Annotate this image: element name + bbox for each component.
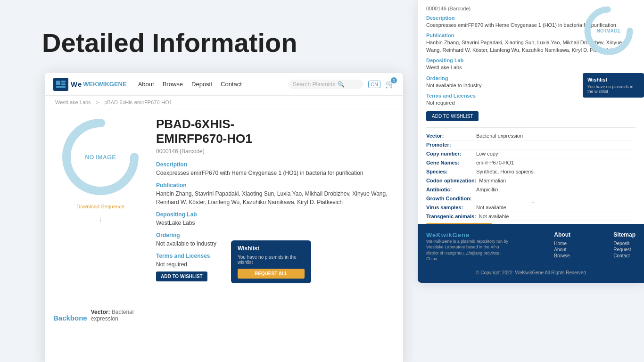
logo-icon xyxy=(53,78,68,91)
logo[interactable]: We WEKWIKGENE xyxy=(53,78,127,91)
rw-wishlist-text: You have no plasmids in the wishlist xyxy=(587,84,639,94)
codon-key: Codon optimization: xyxy=(426,178,476,183)
logo-sub: WEKWIKGENE xyxy=(83,81,126,88)
rw-depositing-lab-text: WestLake Labs xyxy=(426,64,636,71)
nav-links: About Browse Deposit Contact xyxy=(138,81,242,88)
antibiotic-val: Ampicillin xyxy=(476,187,636,192)
footer-sitemap-request[interactable]: Request xyxy=(613,247,636,252)
search-icon: 🔍 xyxy=(338,81,345,88)
footer: WeKwikGene WeKwikGene is a plasmid repos… xyxy=(418,224,644,283)
vector-val: Bacterial expression xyxy=(476,133,636,139)
plasmid-image: NO IMAGE xyxy=(60,117,140,197)
detail-row-vector: Vector: Bacterial expression xyxy=(426,132,636,140)
plasmid-barcode: 0000146 (Barcode) xyxy=(156,148,395,155)
search-placeholder: Search Plasmids xyxy=(293,81,335,88)
publication-text: Hanbin Zhang, Stavrini Papadaki, Xiaotin… xyxy=(156,189,395,206)
vector-key: Vector: xyxy=(426,133,473,139)
footer-copyright: © Copyright 2022. WeKwikGene All Rights … xyxy=(426,266,636,275)
nav-browse[interactable]: Browse xyxy=(163,81,183,88)
genes-val: emirFP670-HO1 xyxy=(476,160,636,165)
species-val: Synthetic, Homo sapiens xyxy=(476,169,636,174)
footer-about-home[interactable]: Home xyxy=(554,241,570,246)
footer-about-column: About Home About Browse xyxy=(554,231,570,259)
scroll-down-arrow: ↓ xyxy=(99,214,103,224)
add-to-wishlist-button[interactable]: ADD TO WISHLIST xyxy=(156,272,207,281)
detail-row-genes: Gene Names: emirFP670-HO1 xyxy=(426,158,636,167)
copy-key: Copy number: xyxy=(426,151,473,156)
transgenic-val: Not available xyxy=(479,214,636,219)
main-browser-window: We WEKWIKGENE About Browse Deposit Conta… xyxy=(45,73,403,362)
description-label: Description xyxy=(156,161,395,168)
nav-icons: CN 🛒 0 xyxy=(368,80,395,89)
rw-wishlist-popup: Wishlist You have no plasmids in the wis… xyxy=(583,73,644,98)
ordering-label: Ordering xyxy=(156,232,395,239)
navbar: We WEKWIKGENE About Browse Deposit Conta… xyxy=(45,73,403,96)
detail-row-antibiotic: Antibiotic: Ampicillin xyxy=(426,185,636,194)
copy-val: Low copy xyxy=(476,151,636,156)
detail-row-copy: Copy number: Low copy xyxy=(426,149,636,158)
depositing-lab-text: WestLake Labs xyxy=(156,219,395,227)
footer-about-browse[interactable]: Browse xyxy=(554,253,570,258)
left-panel: NO IMAGE Download Sequence ↓ Backbone Ve… xyxy=(53,117,148,347)
wishlist-empty-text: You have no plasmids in the wishlist xyxy=(238,255,305,265)
breadcrumb: WestLake Labs > pBAD-6xHis-emirFP670-HO1 xyxy=(45,96,403,109)
footer-description: WeKwikGene is a plasmid repository run b… xyxy=(426,239,511,262)
codon-val: Mammalian xyxy=(479,178,636,183)
logo-text: We xyxy=(71,80,82,88)
footer-sitemap-column: Sitemap Deposit Request Contact xyxy=(613,231,636,259)
detail-row-promoter: Promoter: xyxy=(426,140,636,149)
rw-scroll-arrow: ↓ xyxy=(531,197,535,205)
backbone-label: Backbone xyxy=(53,314,87,322)
right-panel: PBAD-6XHIS- EMIRFP670-HO1 0000146 (Barco… xyxy=(156,117,395,347)
detail-row-codon: Codon optimization: Mammalian xyxy=(426,176,636,185)
cart-icon[interactable]: 🛒 0 xyxy=(385,80,395,89)
right-side-window: NO IMAGE 0000146 (Barcode) Description C… xyxy=(418,0,644,283)
download-sequence-link[interactable]: Download Sequence xyxy=(76,204,124,209)
footer-about-about[interactable]: About xyxy=(554,247,570,252)
no-image-label: NO IMAGE xyxy=(85,154,116,161)
detail-row-species: Species: Synthetic, Homo sapiens xyxy=(426,167,636,176)
plasmid-title: PBAD-6XHIS- EMIRFP670-HO1 xyxy=(156,117,395,146)
search-bar[interactable]: Search Plasmids 🔍 xyxy=(288,80,363,89)
footer-logo-section: WeKwikGene WeKwikGene is a plasmid repos… xyxy=(426,231,511,262)
rw-add-wishlist-btn[interactable]: ADD TO WISHLIST xyxy=(426,111,479,121)
cart-badge: 0 xyxy=(391,77,397,83)
breadcrumb-home[interactable]: WestLake Labs xyxy=(55,99,91,105)
detail-section: Vector: Bacterial expression Promoter: C… xyxy=(426,127,636,221)
depositing-lab-label: Depositing Lab xyxy=(156,211,395,218)
virus-val: Not available xyxy=(476,205,636,210)
nav-about[interactable]: About xyxy=(138,81,154,88)
rw-plasmid-image: NO IMAGE xyxy=(583,5,635,57)
transgenic-key: Transgenic animals: xyxy=(426,214,476,219)
svg-rect-2 xyxy=(61,83,66,85)
rw-depositing-lab-label: Depositing Lab xyxy=(426,58,636,63)
page-title: Detailed Information xyxy=(42,27,297,58)
breadcrumb-separator: > xyxy=(96,99,99,105)
svg-rect-3 xyxy=(56,86,66,88)
species-key: Species: xyxy=(426,169,473,174)
antibiotic-key: Antibiotic: xyxy=(426,187,473,192)
rw-terms-text: Not required xyxy=(426,99,636,107)
wishlist-title: Wishlist xyxy=(238,245,305,252)
nav-contact[interactable]: Contact xyxy=(221,81,242,88)
promoter-key: Promoter: xyxy=(426,142,473,148)
description-text: Coexpresses emirFP670 with Heme Oxygenas… xyxy=(156,169,395,177)
footer-logo: WeKwikGene xyxy=(426,231,511,239)
growth-key: Growth Condition: xyxy=(426,196,473,201)
footer-sitemap-deposit[interactable]: Deposit xyxy=(613,241,636,246)
wishlist-popup: Wishlist You have no plasmids in the wis… xyxy=(231,240,311,283)
nav-deposit[interactable]: Deposit xyxy=(191,81,212,88)
request-all-button[interactable]: REQUEST ALL xyxy=(238,269,305,279)
virus-key: Virus samples: xyxy=(426,205,473,210)
rw-no-image-label: NO IMAGE xyxy=(597,28,621,33)
footer-sitemap-contact[interactable]: Contact xyxy=(613,253,636,258)
footer-sitemap-title: Sitemap xyxy=(613,231,636,238)
svg-rect-0 xyxy=(56,81,60,85)
genes-key: Gene Names: xyxy=(426,160,473,165)
main-content: NO IMAGE Download Sequence ↓ Backbone Ve… xyxy=(45,109,403,354)
rw-wishlist-title: Wishlist xyxy=(587,77,639,82)
detail-row-transgenic: Transgenic animals: Not available xyxy=(426,212,636,221)
language-toggle[interactable]: CN xyxy=(368,81,380,88)
backbone-vector-label: Vector: Bacterial expression xyxy=(91,309,148,322)
breadcrumb-current: pBAD-6xHis-emirFP670-HO1 xyxy=(104,99,172,105)
